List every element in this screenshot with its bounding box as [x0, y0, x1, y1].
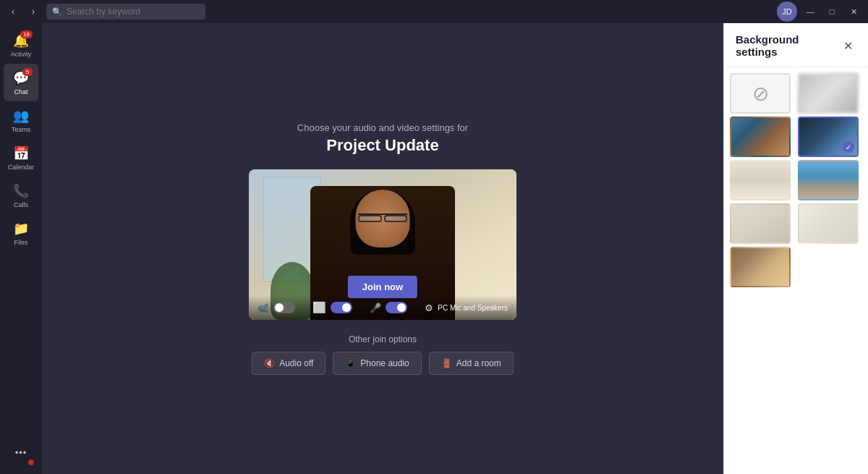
video-control-group: 📹 — [258, 302, 295, 313]
close-button[interactable]: ✕ — [845, 3, 862, 20]
camera-toggle[interactable] — [273, 302, 295, 313]
selected-check-icon: ✓ — [843, 141, 854, 153]
meeting-subtitle: Choose your audio and video settings for — [297, 122, 468, 133]
title-bar: ‹ › 🔍 JD — □ ✕ — [0, 0, 868, 23]
minimize-button[interactable]: — — [801, 3, 819, 20]
sidebar-item-teams[interactable]: 👥 Teams — [4, 101, 38, 139]
bg-panel-header: Background settings ✕ — [724, 23, 868, 67]
mic-control-group: 🎤 — [370, 302, 407, 313]
app-body: 🔔 18 Activity 💬 5 Chat 👥 Teams 📅 Calenda… — [0, 23, 868, 474]
audio-off-button[interactable]: 🔇 Audio off — [252, 352, 326, 375]
files-icon: 📁 — [13, 221, 29, 237]
maximize-button[interactable]: □ — [823, 3, 841, 20]
sidebar: 🔔 18 Activity 💬 5 Chat 👥 Teams 📅 Calenda… — [0, 23, 42, 474]
phone-audio-label: Phone audio — [360, 358, 409, 368]
none-bg-icon: ⊘ — [752, 82, 769, 106]
person-glasses — [358, 213, 407, 222]
activity-label: Activity — [11, 51, 32, 58]
audio-off-icon: 🔇 — [264, 358, 275, 368]
meeting-title-area: Choose your audio and video settings for… — [297, 122, 468, 155]
calls-icon: 📞 — [13, 183, 29, 199]
screen-control-group: ⬜ — [312, 301, 352, 314]
search-icon: 🔍 — [52, 7, 62, 17]
bg-thumb-blur[interactable] — [798, 73, 859, 114]
join-options: Other join options 🔇 Audio off 📱 Phone a… — [252, 334, 514, 375]
bg-settings-panel: Background settings ✕ ⊘ ✓ — [723, 23, 868, 474]
teams-icon: 👥 — [13, 108, 29, 124]
video-preview: 📹 ⬜ 🎤 ⚙ PC Mic and Speakers Join now — [249, 169, 516, 320]
avatar[interactable]: JD — [777, 1, 797, 22]
main-content: Choose your audio and video settings for… — [42, 23, 723, 474]
add-room-button[interactable]: 🚪 Add a room — [429, 352, 514, 375]
back-button[interactable]: ‹ — [6, 4, 20, 19]
phone-audio-icon: 📱 — [345, 358, 356, 368]
bg-thumb-office2[interactable]: ✓ — [798, 117, 859, 157]
device-label: PC Mic and Speakers — [438, 304, 508, 312]
screen-share-icon: ⬜ — [312, 301, 326, 314]
chat-label: Chat — [14, 88, 27, 96]
activity-icon: 🔔 18 — [13, 33, 29, 48]
sidebar-item-activity[interactable]: 🔔 18 Activity — [4, 26, 38, 64]
bg-thumbnails-grid: ⊘ ✓ — [724, 67, 868, 293]
search-input[interactable] — [67, 7, 197, 17]
more-icon: ••• — [15, 447, 27, 458]
mic-toggle[interactable] — [386, 302, 407, 313]
settings-icon: ⚙ — [425, 302, 433, 313]
more-badge-dot — [28, 460, 34, 465]
calendar-label: Calendar — [8, 164, 35, 171]
teams-label: Teams — [12, 126, 31, 133]
bg-panel-close-button[interactable]: ✕ — [840, 37, 856, 54]
activity-badge: 18 — [20, 30, 33, 38]
bg-thumb-loft[interactable] — [730, 247, 791, 287]
chat-icon: 💬 5 — [13, 70, 29, 86]
sidebar-item-calendar[interactable]: 📅 Calendar — [4, 139, 38, 177]
mic-icon: 🎤 — [370, 302, 381, 313]
video-controls: 📹 ⬜ 🎤 ⚙ PC Mic and Speakers — [249, 295, 516, 320]
sidebar-item-chat[interactable]: 💬 5 Chat — [4, 64, 38, 101]
add-room-icon: 🚪 — [441, 358, 452, 368]
bg-thumb-light[interactable] — [798, 203, 859, 244]
bg-thumb-room1[interactable] — [730, 160, 791, 200]
bg-panel-title: Background settings — [736, 33, 840, 58]
search-bar: 🔍 — [46, 4, 205, 20]
title-bar-right: JD — □ ✕ — [777, 1, 862, 22]
bg-thumb-office1[interactable] — [730, 117, 791, 157]
calendar-icon: 📅 — [13, 145, 29, 161]
forward-button[interactable]: › — [26, 4, 41, 19]
phone-audio-button[interactable]: 📱 Phone audio — [333, 352, 421, 375]
video-camera-icon: 📹 — [258, 302, 269, 313]
bg-thumb-city[interactable] — [798, 160, 859, 200]
audio-off-label: Audio off — [279, 358, 313, 368]
chat-badge: 5 — [22, 68, 33, 76]
calls-label: Calls — [14, 201, 28, 208]
sidebar-item-files[interactable]: 📁 Files — [4, 214, 38, 252]
join-now-button[interactable]: Join now — [348, 276, 417, 298]
meeting-title: Project Update — [297, 136, 468, 155]
screen-toggle[interactable] — [331, 302, 352, 313]
title-bar-left: ‹ › 🔍 — [6, 4, 205, 20]
sidebar-item-more[interactable]: ••• — [4, 433, 38, 471]
settings-control-group: ⚙ PC Mic and Speakers — [425, 302, 508, 313]
bg-thumb-wall[interactable] — [730, 203, 791, 244]
join-buttons-group: 🔇 Audio off 📱 Phone audio 🚪 Add a room — [252, 352, 514, 375]
sidebar-item-calls[interactable]: 📞 Calls — [4, 177, 38, 214]
bg-thumb-none[interactable]: ⊘ — [730, 73, 791, 114]
join-options-label: Other join options — [252, 334, 514, 344]
files-label: Files — [14, 239, 27, 246]
add-room-label: Add a room — [456, 358, 501, 368]
